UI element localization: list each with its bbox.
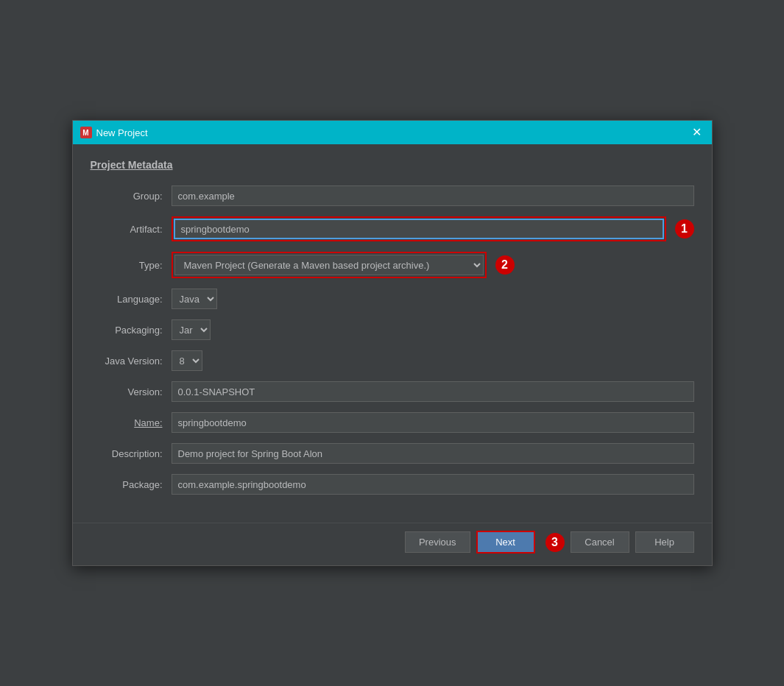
title-bar: M New Project ✕ [73, 121, 712, 144]
type-row: Type: Maven Project (Generate a Maven ba… [91, 252, 694, 278]
dialog-body: Project Metadata Group: Artifact: 1 Type… [73, 144, 712, 517]
description-row: Description: [91, 443, 694, 464]
group-label: Group: [91, 191, 172, 202]
type-select-container: Maven Project (Generate a Maven based pr… [172, 252, 487, 278]
language-select[interactable]: Java [172, 289, 217, 309]
cancel-button[interactable]: Cancel [571, 531, 629, 553]
java-version-row: Java Version: 8 [91, 350, 694, 371]
dialog-title: New Project [96, 127, 148, 138]
version-input[interactable] [172, 381, 694, 402]
artifact-label: Artifact: [91, 224, 172, 235]
package-label: Package: [91, 479, 172, 490]
language-row: Language: Java [91, 289, 694, 309]
help-button[interactable]: Help [635, 531, 694, 553]
description-label: Description: [91, 448, 172, 459]
group-input[interactable] [172, 185, 694, 206]
type-select[interactable]: Maven Project (Generate a Maven based pr… [174, 255, 484, 275]
name-input[interactable] [172, 412, 694, 433]
section-title: Project Metadata [91, 159, 694, 171]
package-input[interactable] [172, 474, 694, 495]
annotation-badge-1: 1 [675, 219, 694, 238]
annotation-badge-3: 3 [545, 533, 565, 552]
previous-button[interactable]: Previous [405, 531, 470, 553]
annotation-badge-2: 2 [495, 255, 515, 275]
dialog-footer: Previous Next 3 Cancel Help [73, 523, 712, 565]
type-label: Type: [91, 260, 172, 271]
artifact-input[interactable] [174, 219, 664, 239]
artifact-row: Artifact: 1 [91, 216, 694, 241]
packaging-select[interactable]: Jar [172, 319, 211, 340]
group-row: Group: [91, 185, 694, 206]
name-row: Name: [91, 412, 694, 433]
title-bar-left: M New Project [80, 127, 148, 138]
package-row: Package: [91, 474, 694, 495]
java-version-label: Java Version: [91, 356, 172, 367]
close-button[interactable]: ✕ [689, 127, 704, 138]
language-label: Language: [91, 294, 172, 305]
next-button[interactable]: Next [476, 531, 535, 554]
java-version-select[interactable]: 8 [172, 350, 202, 371]
name-label: Name: [91, 417, 172, 428]
packaging-label: Packaging: [91, 325, 172, 336]
version-row: Version: [91, 381, 694, 402]
app-icon: M [80, 127, 92, 138]
packaging-row: Packaging: Jar [91, 319, 694, 340]
version-label: Version: [91, 386, 172, 397]
description-input[interactable] [172, 443, 694, 464]
new-project-dialog: M New Project ✕ Project Metadata Group: … [72, 120, 713, 566]
artifact-input-container [172, 216, 666, 241]
